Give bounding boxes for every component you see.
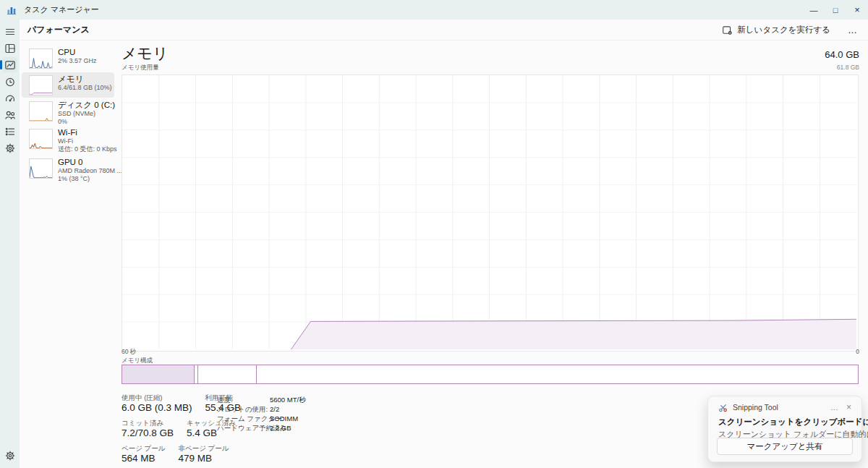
composition-segment xyxy=(122,365,195,383)
chart-zero-label: 0 xyxy=(856,348,859,355)
stat-value: 6.0 GB (0.3 MB) xyxy=(122,401,192,414)
detail-label: 速度: xyxy=(217,395,270,404)
selected-accent-bar xyxy=(0,60,2,69)
memory-total: 64.0 GB xyxy=(825,49,859,60)
composition-segment xyxy=(257,365,858,383)
sidebar-item-performance[interactable] xyxy=(0,56,20,73)
perf-item-disk0[interactable]: ディスク 0 (C:) SSD (NVMe) 0% xyxy=(22,98,114,126)
stat-value: 479 MB xyxy=(179,452,229,464)
sidebar-item-details[interactable] xyxy=(0,123,20,140)
sidebar-item-services[interactable] xyxy=(0,140,20,156)
run-new-task-icon xyxy=(722,25,733,35)
perf-item-sub: Wi-Fi xyxy=(58,137,113,145)
toast-more-button[interactable]: … xyxy=(825,403,843,412)
more-options-button[interactable]: … xyxy=(843,25,862,35)
stat-label: ページ プール xyxy=(122,444,166,452)
run-new-task-button[interactable]: 新しいタスクを実行する xyxy=(716,22,836,38)
toast-app-name: Snipping Tool xyxy=(733,403,778,412)
detail-label: ハードウェア予約済み: xyxy=(217,423,270,433)
detail-label: フォーム ファクター: xyxy=(217,414,270,423)
perf-item-wifi[interactable]: Wi-Fi Wi-Fi 送信: 0 受信: 0 Kbps xyxy=(22,126,114,155)
toast-close-button[interactable]: × xyxy=(843,402,854,412)
page-header: パフォーマンス 新しいタスクを実行する … xyxy=(20,20,868,41)
memory-scale-max: 61.8 GB xyxy=(837,64,859,71)
perf-item-cpu[interactable]: CPU 2% 3.57 GHz xyxy=(22,46,114,72)
window-controls: — □ × xyxy=(803,0,868,20)
gpu-mini-chart xyxy=(29,158,53,179)
toast-message: スクリーンショットをクリップボードにコピーしました xyxy=(718,417,851,427)
sidebar-item-users[interactable] xyxy=(0,106,20,123)
detail-value: 2.2 GB xyxy=(270,423,292,433)
detail-value: 2/2 xyxy=(270,404,279,414)
window-title: タスク マネージャー xyxy=(24,4,99,15)
perf-item-sub: 0% xyxy=(58,118,113,126)
memory-panel-title: メモリ xyxy=(122,43,168,64)
snipping-tool-toast: Snipping Tool … × スクリーンショットをクリップボードにコピーし… xyxy=(707,396,862,462)
memory-usage-label: メモリ使用量 xyxy=(122,64,159,72)
perf-item-sub: 送信: 0 受信: 0 Kbps xyxy=(58,145,113,153)
perf-item-title: Wi-Fi xyxy=(58,127,113,137)
menu-icon[interactable] xyxy=(0,23,20,40)
sidebar-item-processes[interactable] xyxy=(0,40,20,56)
perf-item-sub: SSD (NVMe) xyxy=(58,110,113,118)
sidebar-item-startup-apps[interactable] xyxy=(0,90,20,106)
perf-item-sub: AMD Radeon 780M ... xyxy=(58,167,113,175)
perf-item-sub: 6.4/61.8 GB (10%) xyxy=(58,84,113,92)
minimize-button[interactable]: — xyxy=(803,0,825,20)
stat-value: 7.2/70.8 GB xyxy=(122,427,174,439)
cpu-mini-chart xyxy=(29,48,53,69)
maximize-button[interactable]: □ xyxy=(825,0,846,20)
composition-segment xyxy=(198,365,257,383)
close-button[interactable]: × xyxy=(846,0,868,20)
perf-item-sub: 1% (38 °C) xyxy=(58,175,113,183)
detail-value: SODIMM xyxy=(270,414,298,423)
markup-and-share-button[interactable]: マークアップと共有 xyxy=(717,438,853,455)
snipping-tool-icon xyxy=(718,403,728,412)
detail-label: スロットの使用: xyxy=(217,404,270,414)
memory-usage-chart xyxy=(122,75,859,352)
memory-mini-chart xyxy=(29,75,53,95)
detail-value: 5600 MT/秒 xyxy=(270,395,306,404)
stat-value: 564 MB xyxy=(122,452,166,464)
perf-item-sub: 2% 3.57 GHz xyxy=(58,57,113,65)
perf-item-memory[interactable]: メモリ 6.4/61.8 GB (10%) xyxy=(22,72,114,98)
task-manager-app-icon xyxy=(7,5,17,15)
perf-item-title: CPU xyxy=(58,47,113,57)
memory-hardware-details: 速度:5600 MT/秒 スロットの使用:2/2 フォーム ファクター:SODI… xyxy=(217,395,306,433)
memory-composition-bar xyxy=(122,365,859,384)
sidebar-item-app-history[interactable] xyxy=(0,73,20,90)
perf-item-title: ディスク 0 (C:) xyxy=(58,100,113,110)
stat-label: 非ページ プール xyxy=(179,444,229,452)
chart-time-axis-label: 60 秒 xyxy=(122,348,136,357)
titlebar: タスク マネージャー — □ × xyxy=(0,0,868,20)
stat-label: コミット済み xyxy=(122,419,174,427)
page-title: パフォーマンス xyxy=(27,24,90,36)
settings-gear-icon[interactable] xyxy=(0,447,20,464)
disk-mini-chart xyxy=(29,101,53,122)
run-new-task-label: 新しいタスクを実行する xyxy=(737,25,830,35)
stat-label: 使用中 (圧縮) xyxy=(122,393,192,401)
perf-item-gpu0[interactable]: GPU 0 AMD Radeon 780M ... 1% (38 °C) xyxy=(22,156,114,184)
wifi-mini-chart xyxy=(29,129,53,149)
navigation-rail xyxy=(0,20,20,468)
perf-item-title: メモリ xyxy=(58,74,113,84)
perf-item-title: GPU 0 xyxy=(58,157,113,167)
